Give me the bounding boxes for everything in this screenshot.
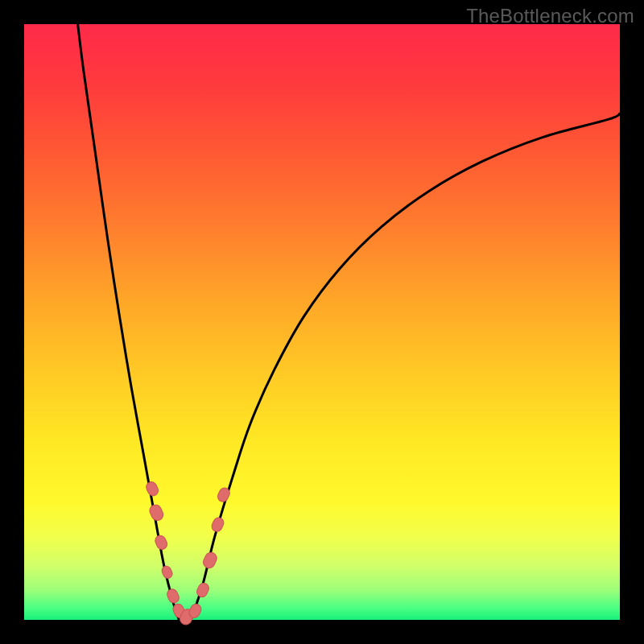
watermark-text: TheBottleneck.com bbox=[466, 5, 634, 27]
marker bbox=[165, 588, 180, 605]
marker bbox=[154, 534, 169, 551]
marker bbox=[145, 481, 160, 497]
marker bbox=[160, 564, 174, 580]
curve-layer bbox=[24, 24, 620, 620]
marker bbox=[195, 581, 210, 598]
right-branch-curve bbox=[191, 114, 620, 620]
chart-frame: TheBottleneck.com bbox=[0, 0, 644, 644]
data-markers bbox=[145, 481, 232, 627]
left-branch-curve bbox=[78, 24, 180, 620]
marker bbox=[201, 551, 218, 570]
marker bbox=[148, 503, 165, 522]
marker bbox=[210, 516, 225, 533]
plot-area bbox=[24, 24, 620, 620]
